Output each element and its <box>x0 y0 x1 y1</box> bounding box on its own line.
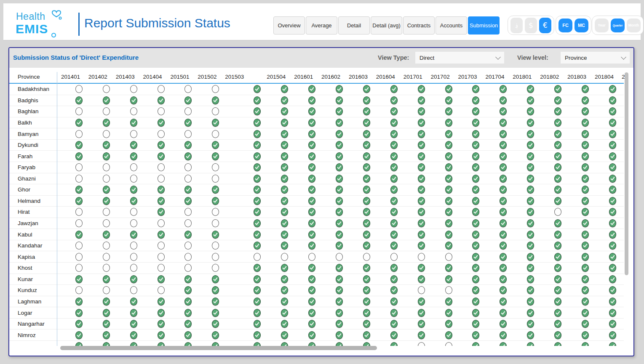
matrix-cell <box>536 229 563 240</box>
check-glyph <box>310 109 314 114</box>
submitted-check-icon <box>390 298 398 306</box>
matrix-cell <box>481 106 508 117</box>
check-glyph <box>528 266 533 270</box>
check-glyph <box>501 299 505 304</box>
submitted-check-icon <box>554 286 561 294</box>
check-glyph <box>473 243 478 248</box>
submitted-check-icon <box>472 130 479 138</box>
submitted-check-icon <box>75 309 83 317</box>
check-glyph <box>528 221 533 226</box>
matrix-cell <box>166 263 194 274</box>
check-glyph <box>77 299 81 304</box>
submitted-check-icon <box>390 163 398 171</box>
matrix-cell <box>427 84 454 95</box>
matrix-cell <box>454 196 481 207</box>
submitted-check-icon <box>158 141 165 149</box>
check-glyph <box>186 98 190 103</box>
submitted-check-icon <box>445 186 452 194</box>
submitted-check-icon <box>308 286 315 294</box>
toggle-button-month[interactable]: Month <box>627 19 641 32</box>
toggle-button-quarter[interactable]: Quarter <box>611 19 625 32</box>
nav-tab-contracts[interactable]: Contracts <box>403 16 435 35</box>
matrix-cell <box>536 184 563 195</box>
view-level-dropdown[interactable]: Province <box>560 51 630 64</box>
nav-tab-accounts[interactable]: Accounts <box>436 16 467 35</box>
horizontal-scrollbar-thumb[interactable] <box>60 346 377 350</box>
submitted-check-icon <box>363 197 370 205</box>
matrix-cell <box>481 251 508 262</box>
toggle-button-currency[interactable]: $ <box>525 18 537 33</box>
submitted-check-icon <box>336 96 343 104</box>
province-label: Badakhshan <box>9 86 57 92</box>
check-glyph <box>255 132 259 136</box>
matrix-cell <box>317 218 345 229</box>
not-submitted-circle-icon <box>130 107 137 115</box>
matrix-cell <box>508 329 536 340</box>
submitted-check-icon <box>554 141 561 149</box>
toggle-button-mc[interactable]: MC <box>575 19 588 32</box>
matrix-cell <box>166 173 194 184</box>
check-glyph <box>255 87 259 91</box>
column-header-201401: 201401 <box>57 74 84 80</box>
nav-tab-average[interactable]: Average <box>306 16 337 35</box>
matrix-row-balkh: Balkh <box>9 117 624 129</box>
view-type-dropdown[interactable]: Direct <box>415 51 505 64</box>
check-glyph <box>159 210 163 214</box>
matrix-cell <box>139 240 166 251</box>
not-submitted-circle-icon <box>130 163 137 171</box>
matrix-cell <box>454 218 481 229</box>
check-glyph <box>159 120 163 125</box>
submitted-check-icon <box>582 96 589 104</box>
submitted-check-icon <box>363 96 370 104</box>
matrix-cell <box>84 229 112 240</box>
check-glyph <box>446 221 451 226</box>
check-glyph <box>255 299 259 304</box>
check-glyph <box>446 120 451 125</box>
nav-tab-submission[interactable]: Submission <box>468 16 500 35</box>
matrix-cell <box>591 162 618 173</box>
submitted-check-icon <box>390 275 398 283</box>
toggle-button-year[interactable]: Year <box>595 19 609 32</box>
matrix-cell <box>481 140 508 151</box>
matrix-cell <box>454 319 481 329</box>
toggle-button-fc[interactable]: FC <box>558 19 572 32</box>
nav-tab-overview[interactable]: Overview <box>273 16 305 35</box>
matrix-cell <box>563 285 591 296</box>
nav-tabs: OverviewAverageDetailDetail (avg)Contrac… <box>273 16 500 35</box>
matrix-cell <box>112 296 139 307</box>
check-glyph <box>77 154 81 159</box>
submitted-check-icon <box>363 342 370 346</box>
matrix-cell <box>427 140 454 151</box>
matrix-cell <box>372 240 399 251</box>
submitted-check-icon <box>445 152 452 160</box>
matrix-cell <box>508 251 536 262</box>
check-glyph <box>419 277 424 282</box>
toggle-button-currency[interactable]: € <box>539 18 551 33</box>
check-glyph <box>213 120 218 125</box>
toggle-button-currency[interactable]: ؋ <box>510 18 523 33</box>
check-glyph <box>186 143 190 147</box>
matrix-cell <box>591 207 618 218</box>
submitted-check-icon <box>472 231 479 239</box>
submitted-check-icon <box>472 264 479 272</box>
submitted-check-icon <box>336 107 343 115</box>
check-glyph <box>528 288 533 292</box>
check-glyph <box>446 165 451 170</box>
matrix-row-badakhshan: Badakhshan <box>9 84 624 95</box>
submitted-check-icon <box>363 119 370 127</box>
check-glyph <box>310 277 314 282</box>
check-glyph <box>159 154 163 159</box>
province-label: Faryab <box>9 164 57 170</box>
nav-tab-detail-avg[interactable]: Detail (avg) <box>371 16 402 35</box>
matrix-cell <box>372 285 399 296</box>
matrix-cell <box>112 151 139 162</box>
matrix-cell <box>290 341 317 346</box>
submitted-check-icon <box>336 242 343 250</box>
submitted-check-icon <box>554 119 561 127</box>
vertical-scrollbar-thumb[interactable] <box>625 72 628 275</box>
not-submitted-circle-icon <box>75 208 83 216</box>
nav-tab-detail[interactable]: Detail <box>338 16 370 35</box>
check-glyph <box>337 143 342 147</box>
check-glyph <box>131 311 136 315</box>
submitted-check-icon <box>445 85 452 93</box>
